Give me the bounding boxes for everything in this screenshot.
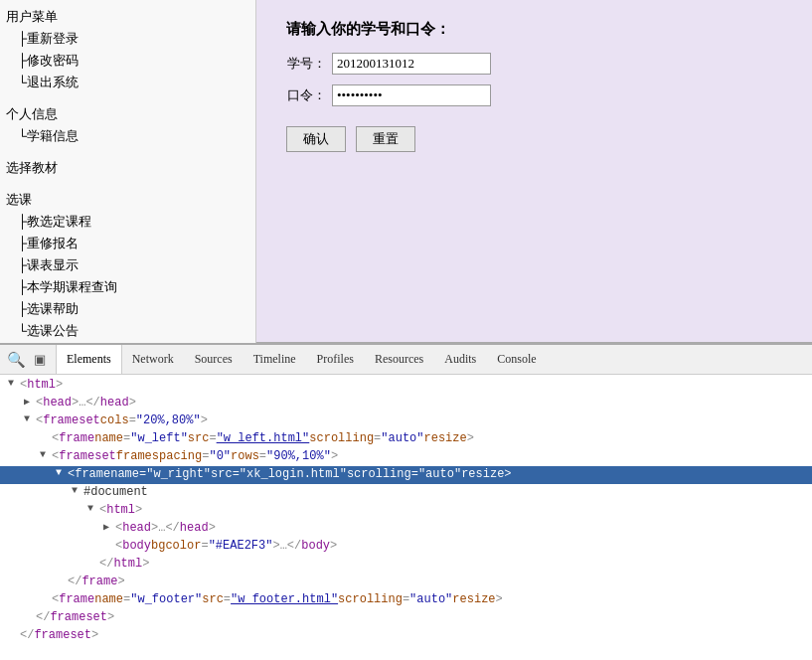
- menu-section-course: 选课: [0, 187, 255, 211]
- student-id-input[interactable]: [332, 53, 491, 75]
- menu-item-changepwd[interactable]: ├修改密码: [0, 50, 255, 72]
- devtools-tabs: Elements Network Sources Timeline Profil…: [56, 345, 548, 374]
- browser-view: 用户菜单 ├重新登录 ├修改密码 └退出系统 个人信息 └学籍信息 选择教材 选…: [0, 0, 812, 343]
- right-panel: 请输入你的学号和口令： 学号： 口令： 确认 重置: [256, 0, 812, 342]
- tree-line-document[interactable]: #document: [0, 484, 812, 502]
- expand-icon-inner-html[interactable]: [87, 503, 99, 514]
- menu-item-course-help[interactable]: ├选课帮助: [0, 298, 255, 320]
- tree-line-html[interactable]: <html>: [0, 377, 812, 395]
- tab-console[interactable]: Console: [487, 345, 547, 374]
- tree-line-head[interactable]: <head>…</head>: [0, 395, 812, 412]
- tab-audits[interactable]: Audits: [434, 345, 487, 374]
- tree-line-frame-right-close[interactable]: </frame>: [0, 574, 812, 591]
- tree-line-frameset1-close[interactable]: </frameset>: [0, 627, 812, 645]
- tree-line-inner-head[interactable]: <head>…</head>: [0, 520, 812, 538]
- menu-item-logout[interactable]: └退出系统: [0, 72, 255, 93]
- menu-item-timetable[interactable]: ├课表显示: [0, 254, 255, 276]
- password-label: 口令：: [286, 86, 326, 104]
- expand-icon-inner-head[interactable]: [103, 521, 115, 533]
- tab-timeline[interactable]: Timeline: [244, 345, 307, 374]
- expand-icon-frameset1[interactable]: [24, 413, 36, 424]
- password-row: 口令：: [286, 84, 782, 106]
- menu-section-textbook: 选择教材: [0, 155, 255, 179]
- tab-sources[interactable]: Sources: [185, 345, 244, 374]
- tab-network[interactable]: Network: [122, 345, 185, 374]
- password-input[interactable]: [332, 84, 491, 106]
- tree-line-frameset1[interactable]: <frameset cols="20%,80%" >: [0, 412, 812, 430]
- student-id-label: 学号：: [286, 55, 326, 73]
- tab-resources[interactable]: Resources: [365, 345, 434, 374]
- tree-line-inner-html[interactable]: <html>: [0, 502, 812, 520]
- menu-section-users: 用户菜单: [0, 4, 255, 28]
- left-panel: 用户菜单 ├重新登录 ├修改密码 └退出系统 个人信息 └学籍信息 选择教材 选…: [0, 0, 256, 343]
- tree-line-frameset2[interactable]: <frameset framespacing="0" rows="90%,10%…: [0, 448, 812, 466]
- menu-item-relogin[interactable]: ├重新登录: [0, 28, 255, 50]
- tab-elements[interactable]: Elements: [56, 345, 122, 374]
- menu-item-course-notice[interactable]: └选课公告: [0, 320, 255, 342]
- devtools-toolbar: 🔍 ▣ Elements Network Sources Timeline Pr…: [0, 345, 812, 375]
- devtools-panel: 🔍 ▣ Elements Network Sources Timeline Pr…: [0, 343, 812, 660]
- button-row: 确认 重置: [286, 126, 782, 152]
- expand-icon-document[interactable]: [72, 485, 83, 496]
- node-select-button[interactable]: ▣: [28, 348, 52, 372]
- node-select-icon: ▣: [34, 352, 46, 367]
- reset-button[interactable]: 重置: [356, 126, 415, 152]
- tab-profiles[interactable]: Profiles: [307, 345, 365, 374]
- menu-section-personal: 个人信息: [0, 101, 255, 125]
- expand-icon-head[interactable]: [24, 396, 36, 408]
- search-icon-button[interactable]: 🔍: [4, 348, 28, 372]
- tree-line-frame-right[interactable]: <frame name="w_right" src="xk_login.html…: [0, 466, 812, 484]
- menu-item-retake[interactable]: ├重修报名: [0, 233, 255, 254]
- tree-line-frame-left[interactable]: <frame name="w_left" src="w_left.html" s…: [0, 430, 812, 448]
- tree-line-frame-footer[interactable]: <frame name="w_footer" src="w_footer.htm…: [0, 591, 812, 609]
- expand-icon-frame-right[interactable]: [56, 467, 68, 478]
- expand-icon-frameset2[interactable]: [40, 449, 52, 460]
- menu-item-select-course[interactable]: ├教选定课程: [0, 211, 255, 233]
- confirm-button[interactable]: 确认: [286, 126, 346, 152]
- tree-line-frameset2-close[interactable]: </frameset>: [0, 609, 812, 627]
- menu-item-course-query[interactable]: ├本学期课程查询: [0, 276, 255, 298]
- tree-line-body[interactable]: <body bgcolor="#EAE2F3" >…</body>: [0, 538, 812, 556]
- devtools-elements-panel: <html> <head>…</head> <frameset cols="20…: [0, 375, 812, 660]
- student-id-row: 学号：: [286, 53, 782, 75]
- expand-icon-html[interactable]: [8, 378, 20, 389]
- search-icon: 🔍: [7, 351, 26, 369]
- tree-line-inner-html-close[interactable]: </html>: [0, 556, 812, 574]
- login-title: 请输入你的学号和口令：: [286, 20, 782, 39]
- menu-item-student-info[interactable]: └学籍信息: [0, 125, 255, 147]
